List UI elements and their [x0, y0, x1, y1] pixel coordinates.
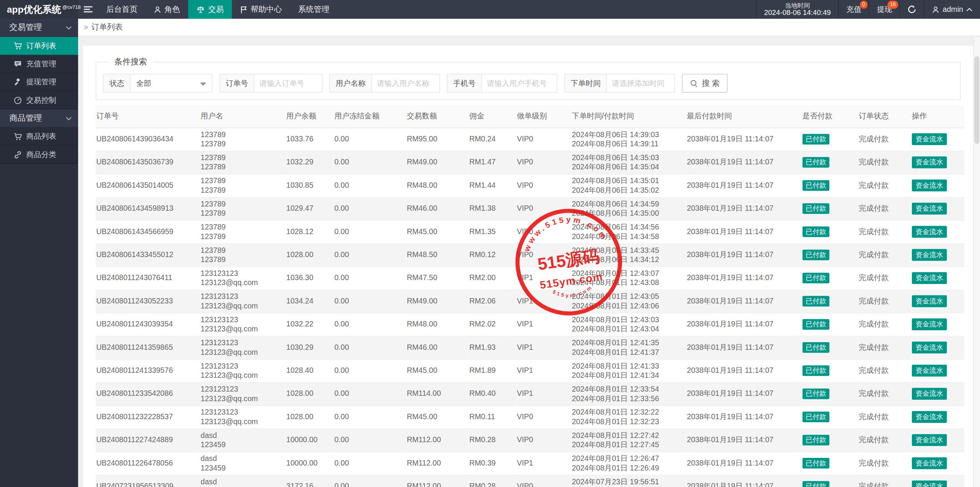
cell-frozen: 0.00	[334, 382, 406, 405]
fund-flow-button[interactable]: 资金流水	[912, 365, 947, 377]
cell-amount: RM46.00	[406, 197, 469, 220]
user-menu[interactable]: admin	[924, 0, 980, 19]
cell-level: VIP0	[516, 220, 572, 243]
cell-paid: 已付款	[802, 382, 858, 405]
fund-flow-button[interactable]: 资金流水	[912, 318, 947, 330]
withdraw-link[interactable]: 提现 16	[869, 0, 900, 19]
fund-flow-button[interactable]: 资金流水	[912, 457, 947, 469]
table-row: UB2408061435014005 123789123789 1030.85 …	[96, 174, 964, 197]
recharge-link[interactable]: 充值 0	[838, 0, 869, 19]
refresh-icon	[908, 5, 916, 14]
cell-order-time: 2024年08月06日 14:34:592024年08月06日 14:35:00	[571, 197, 686, 220]
cell-last-pay: 2038年01月19日 11:14:07	[686, 151, 802, 174]
topbar-right: 当地时间 2024-08-06 14:40:49 充值 0 提现 16 ad	[756, 0, 980, 19]
paid-badge: 已付款	[802, 226, 829, 237]
fund-flow-button[interactable]: 资金流水	[912, 203, 947, 215]
cell-paid: 已付款	[802, 243, 858, 266]
fund-flow-button[interactable]: 资金流水	[912, 295, 947, 307]
sidebar-item-order-list[interactable]: 订单列表	[0, 37, 78, 55]
fund-flow-button[interactable]: 资金流水	[912, 272, 947, 284]
local-time-block: 当地时间 2024-08-06 14:40:49	[756, 0, 838, 19]
cell-amount: RM45.00	[406, 220, 469, 243]
sidebar-group-goods[interactable]: 商品管理	[0, 110, 78, 128]
search-form: 状态 全部 订单号 用户名称 手机	[103, 74, 960, 93]
nav-item-home[interactable]: 后台首页	[98, 0, 145, 19]
cell-amount: RM45.00	[406, 405, 469, 428]
refresh-button[interactable]	[900, 0, 924, 19]
table-row: UB2408061434566959 123789123789 1028.12 …	[96, 220, 964, 243]
cell-username: 123789123789	[200, 220, 286, 243]
sidebar-item-goods-category[interactable]: 商品分类	[0, 146, 78, 164]
cell-frozen: 0.00	[334, 452, 406, 475]
nav-item-trade[interactable]: 交易	[188, 0, 232, 19]
paid-badge: 已付款	[802, 134, 829, 144]
order-no-input[interactable]	[254, 74, 323, 93]
cell-order-time: 2024年08月01日 12:26:472024年08月01日 12:26:49	[571, 452, 686, 475]
vertical-scrollbar[interactable]	[973, 38, 980, 487]
cell-order-time: 2024年08月06日 14:39:032024年08月06日 14:39:11	[571, 128, 686, 151]
cell-level: VIP1	[516, 382, 572, 405]
fund-flow-button[interactable]: 资金流水	[912, 249, 947, 261]
fund-flow-button[interactable]: 资金流水	[912, 133, 947, 145]
fund-flow-button[interactable]: 资金流水	[912, 411, 947, 423]
cell-order-time: 2024年07月23日 19:56:512024年07月23日 19:56:53	[571, 475, 686, 487]
cell-actions: 资金流水	[911, 197, 964, 220]
fund-flow-button[interactable]: 资金流水	[912, 156, 947, 168]
fund-flow-button[interactable]: 资金流水	[912, 341, 947, 353]
table-row: UB2408011243039354 123123123123123@qq.co…	[96, 313, 964, 336]
phone-input[interactable]	[481, 74, 557, 93]
cell-last-pay: 2038年01月19日 11:14:07	[686, 128, 802, 151]
cell-last-pay: 2038年01月19日 11:14:07	[686, 336, 802, 359]
fund-flow-button[interactable]: 资金流水	[912, 388, 947, 400]
nav-item-help[interactable]: 帮助中心	[232, 0, 290, 19]
cell-status: 完成付款	[858, 452, 911, 475]
sidebar-item-goods-list[interactable]: 商品列表	[0, 128, 78, 146]
cell-actions: 资金流水	[911, 336, 964, 359]
cell-amount: RM112.00	[406, 452, 469, 475]
order-time-input[interactable]	[606, 74, 675, 93]
cell-status: 完成付款	[858, 197, 911, 220]
cell-balance: 1029.47	[286, 197, 334, 220]
cell-commission: RM2.02	[469, 313, 516, 336]
fund-flow-button[interactable]: 资金流水	[912, 180, 947, 192]
sidebar-group-trade[interactable]: 交易管理	[0, 19, 78, 37]
cell-username: 123789123789	[200, 197, 286, 220]
sidebar-collapse-button[interactable]	[78, 0, 98, 19]
status-select[interactable]: 全部	[130, 74, 213, 93]
cell-order-time: 2024年08月06日 14:34:562024年08月06日 14:34:58	[571, 220, 686, 243]
col-commission: 佣金	[469, 105, 516, 128]
nav-item-system[interactable]: 系统管理	[290, 0, 338, 19]
username-input[interactable]	[371, 74, 440, 93]
search-button[interactable]: 搜 索	[682, 74, 728, 93]
cell-order-no: UB2408061433455012	[96, 243, 200, 266]
cell-balance: 3172.16	[286, 475, 334, 487]
fund-flow-button[interactable]: 资金流水	[912, 434, 947, 446]
col-paid: 是否付款	[802, 105, 858, 128]
sidebar-item-trade-control[interactable]: 交易控制	[0, 91, 78, 109]
scrollbar-thumb[interactable]	[974, 56, 979, 144]
cell-status: 完成付款	[858, 405, 911, 428]
fund-flow-button[interactable]: 资金流水	[912, 480, 947, 487]
table-row: UB2408061433455012 123789123789 1028.00 …	[96, 243, 964, 266]
nav-item-role[interactable]: 角色	[145, 0, 188, 19]
cell-status: 完成付款	[858, 382, 911, 405]
sidebar-item-recharge[interactable]: 充值管理	[0, 55, 78, 73]
search-icon	[690, 79, 698, 87]
cell-order-no: UB2408061435036739	[96, 151, 200, 174]
cell-username: 123789123789	[200, 128, 286, 151]
cell-frozen: 0.00	[334, 359, 406, 382]
cell-actions: 资金流水	[911, 243, 964, 266]
cell-order-time: 2024年08月01日 12:32:222024年08月01日 12:32:23	[571, 405, 686, 428]
main-area: » 订单列表 条件搜索 状态 全部 订单号	[78, 19, 980, 487]
cell-level: VIP0	[516, 428, 572, 451]
cell-frozen: 0.00	[334, 290, 406, 313]
withdraw-badge: 16	[887, 1, 898, 8]
cell-order-no: UB2408061434566959	[96, 220, 200, 243]
sidebar-item-withdraw[interactable]: 提现管理	[0, 73, 78, 91]
table-row: UB2408011243076411 123123123123123@qq.co…	[96, 267, 964, 290]
cell-last-pay: 2038年01月19日 11:14:07	[686, 313, 802, 336]
local-time-label: 当地时间	[785, 2, 810, 9]
cell-level: VIP0	[516, 197, 572, 220]
fund-flow-button[interactable]: 资金流水	[912, 226, 947, 238]
cell-last-pay: 2038年01月19日 11:14:07	[686, 220, 802, 243]
